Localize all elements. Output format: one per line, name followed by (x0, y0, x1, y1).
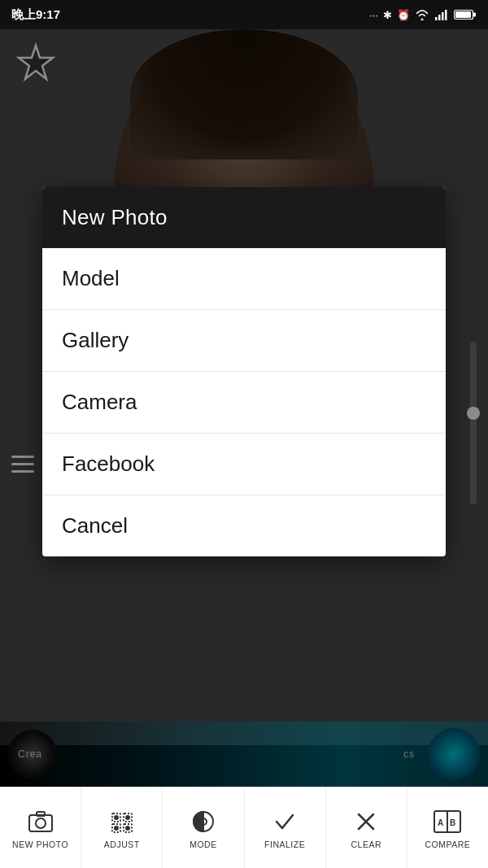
svg-rect-2 (442, 12, 444, 20)
svg-point-18 (115, 816, 118, 819)
dialog-item-label-model: Model (62, 266, 120, 290)
finalize-label: FINALIZE (264, 840, 305, 849)
compare-label: COMPARE (425, 840, 471, 849)
time-display: 晚上9:17 (11, 7, 60, 23)
svg-point-21 (126, 827, 129, 830)
clear-label: CLEAR (351, 840, 382, 849)
svg-rect-5 (455, 11, 471, 18)
svg-rect-3 (445, 10, 447, 20)
svg-text:B: B (450, 818, 455, 827)
adjust-icon (107, 807, 137, 836)
alarm-icon: ⏰ (397, 9, 410, 21)
dialog-item-gallery[interactable]: Gallery (42, 310, 446, 372)
dialog-header: New Photo (42, 187, 446, 248)
compare-icon: A B (433, 807, 462, 836)
dialog-item-label-cancel: Cancel (62, 513, 128, 538)
nav-item-clear[interactable]: CLEAR (326, 787, 407, 868)
dialog-item-label-facebook: Facebook (62, 451, 155, 476)
svg-point-12 (36, 818, 46, 828)
new-photo-label: NEW PHOTO (12, 840, 68, 849)
nav-item-new-photo[interactable]: NEW PHOTO (0, 787, 81, 868)
mode-icon (189, 807, 218, 836)
status-bar: 晚上9:17 ··· ✱ ⏰ (0, 0, 488, 29)
finalize-icon (270, 807, 299, 836)
dialog-item-label-camera: Camera (62, 390, 137, 414)
mode-label: MODE (190, 840, 217, 849)
bottom-navigation: NEW PHOTO ADJUST MODE FINALIZE CLEAR A B… (0, 787, 488, 868)
dialog-item-camera[interactable]: Camera (42, 372, 446, 434)
svg-text:A: A (438, 818, 443, 827)
dialog-item-facebook[interactable]: Facebook (42, 434, 446, 495)
signal-bars-icon (434, 9, 449, 20)
bluetooth-icon: ✱ (383, 9, 392, 21)
svg-point-19 (126, 816, 129, 819)
svg-rect-1 (438, 15, 441, 20)
svg-point-20 (115, 827, 118, 830)
dialog-item-cancel[interactable]: Cancel (42, 495, 446, 556)
dialog-items-container: ModelGalleryCameraFacebookCancel (42, 248, 446, 556)
nav-item-mode[interactable]: MODE (163, 787, 244, 868)
new-photo-icon (26, 807, 55, 836)
battery-icon (454, 9, 477, 20)
signal-dots: ··· (369, 9, 378, 21)
nav-item-finalize[interactable]: FINALIZE (245, 787, 326, 868)
wifi-icon (415, 9, 429, 20)
svg-rect-13 (37, 812, 45, 816)
svg-rect-6 (473, 13, 476, 17)
nav-item-compare[interactable]: A B COMPARE (407, 787, 488, 868)
nav-item-adjust[interactable]: ADJUST (81, 787, 163, 868)
status-icons: ··· ✱ ⏰ (369, 9, 477, 21)
svg-rect-0 (435, 17, 438, 20)
dialog-item-model[interactable]: Model (42, 248, 446, 310)
dialog-item-label-gallery: Gallery (62, 328, 129, 352)
dialog-title: New Photo (62, 205, 168, 229)
new-photo-dialog: New Photo ModelGalleryCameraFacebookCanc… (42, 187, 446, 556)
adjust-label: ADJUST (104, 840, 140, 849)
clear-icon (351, 807, 381, 836)
